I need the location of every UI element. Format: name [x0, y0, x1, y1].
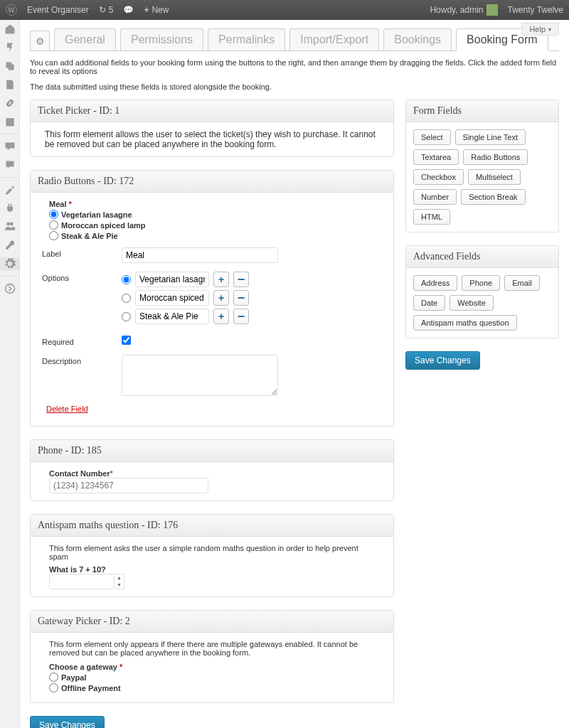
phone-input[interactable] — [49, 478, 208, 493]
delete-field-link[interactable]: Delete Field — [42, 402, 88, 419]
settings-tabs: ⚙ General Permissions Permalinks Import/… — [30, 28, 559, 51]
form-fields-box: Form Fields Select Single Line Text Text… — [405, 100, 559, 232]
add-antispam-button[interactable]: Antispam maths question — [413, 315, 517, 331]
field-preview: Meal * Vegetarian lasagne Moroccan spice… — [42, 200, 382, 243]
field-title: Phone - ID: 185 — [31, 440, 393, 462]
add-phone-button[interactable]: Phone — [462, 275, 500, 291]
settings-icon[interactable] — [0, 257, 19, 270]
description-label: Description — [42, 355, 122, 365]
tab-permalinks[interactable]: Permalinks — [208, 28, 285, 50]
option-default-radio[interactable] — [122, 275, 131, 284]
add-textarea-button[interactable]: Textarea — [413, 149, 459, 165]
option-input[interactable] — [135, 309, 209, 324]
box-title: Form Fields — [406, 100, 558, 122]
svg-point-0 — [5, 284, 14, 294]
avatar — [486, 4, 498, 16]
option-default-radio[interactable] — [122, 312, 131, 321]
preview-radio[interactable] — [49, 231, 58, 240]
save-changes-button-side[interactable]: Save Changes — [405, 351, 480, 370]
add-option-button[interactable]: + — [213, 309, 229, 324]
field-phone[interactable]: Phone - ID: 185 Contact Number* — [30, 439, 394, 501]
add-website-button[interactable]: Website — [450, 295, 494, 311]
antispam-input[interactable] — [49, 574, 115, 589]
tab-general[interactable]: General — [54, 28, 116, 50]
links-icon[interactable] — [4, 97, 16, 109]
preview-radio[interactable] — [49, 220, 58, 230]
field-antispam[interactable]: Antispam maths question - ID: 176 This f… — [30, 514, 394, 597]
settings-header-icon: ⚙ — [30, 31, 50, 50]
add-option-button[interactable]: + — [213, 272, 229, 287]
add-address-button[interactable]: Address — [413, 275, 457, 291]
add-radio-button[interactable]: Radio Buttons — [463, 149, 528, 165]
remove-option-button[interactable]: − — [233, 272, 249, 287]
feedback-icon[interactable] — [4, 159, 16, 171]
theme-link[interactable]: Twenty Twelve — [508, 5, 563, 15]
required-checkbox[interactable] — [122, 336, 131, 345]
dashboard-icon[interactable] — [4, 23, 16, 36]
tools-icon[interactable] — [4, 239, 16, 252]
field-ticket-picker[interactable]: Ticket Picker - ID: 1 This form element … — [30, 100, 394, 157]
updates[interactable]: ↻5 — [99, 5, 114, 15]
add-text-button[interactable]: Single Line Text — [455, 129, 526, 145]
site-name[interactable]: Event Organiser — [27, 5, 89, 15]
comments-icon[interactable] — [4, 140, 16, 153]
field-description: This form element allows the user to sel… — [31, 122, 393, 156]
intro-text-1: You can add additional fields to your bo… — [30, 58, 559, 75]
option-input[interactable] — [135, 272, 209, 287]
refresh-icon: ↻ — [99, 5, 106, 15]
add-checkbox-button[interactable]: Checkbox — [413, 169, 464, 185]
field-title: Ticket Picker - ID: 1 — [31, 100, 393, 122]
plugins-icon[interactable] — [4, 202, 16, 215]
options-label: Options — [42, 272, 122, 282]
pages-icon[interactable] — [4, 78, 16, 91]
appearance-icon[interactable] — [4, 183, 16, 196]
comment-icon: 💬 — [123, 5, 134, 15]
option-input[interactable] — [135, 290, 209, 306]
remove-option-button[interactable]: − — [233, 309, 249, 324]
gateway-radio[interactable] — [49, 683, 58, 692]
add-email-button[interactable]: Email — [504, 275, 540, 291]
gateway-radio[interactable] — [49, 673, 58, 682]
new-content[interactable]: +New — [144, 5, 169, 15]
tab-import-export[interactable]: Import/Export — [289, 28, 379, 50]
field-gateway-picker[interactable]: Gateway Picker - ID: 2 This form element… — [30, 610, 394, 703]
tab-bookings[interactable]: Bookings — [383, 28, 452, 50]
add-html-button[interactable]: HTML — [413, 209, 450, 225]
required-label: Required — [42, 336, 122, 346]
option-default-radio[interactable] — [122, 294, 131, 303]
field-title: Gateway Picker - ID: 2 — [31, 611, 393, 633]
admin-bar: W Event Organiser ↻5 💬 +New Howdy, admin… — [0, 0, 569, 20]
advanced-fields-box: Advanced Fields Address Phone Email Date… — [405, 245, 559, 338]
number-spinner[interactable]: ▲▼ — [115, 574, 124, 589]
preview-radio[interactable] — [49, 210, 58, 219]
howdy[interactable]: Howdy, admin — [430, 4, 497, 16]
save-changes-button[interactable]: Save Changes — [30, 716, 105, 728]
users-icon[interactable] — [4, 220, 16, 233]
add-number-button[interactable]: Number — [413, 189, 457, 205]
comments[interactable]: 💬 — [123, 5, 134, 15]
wp-logo[interactable]: W — [6, 4, 17, 16]
add-select-button[interactable]: Select — [413, 129, 451, 145]
pin-icon[interactable] — [4, 41, 16, 54]
field-radio-buttons[interactable]: Radio Buttons - ID: 172 Meal * Vegetaria… — [30, 170, 394, 427]
help-tab[interactable]: Help — [521, 23, 559, 36]
tab-permissions[interactable]: Permissions — [120, 28, 203, 50]
field-title: Radio Buttons - ID: 172 — [31, 171, 393, 193]
add-section-button[interactable]: Section Break — [461, 189, 525, 205]
remove-option-button[interactable]: − — [233, 290, 249, 306]
calendar-icon[interactable] — [4, 115, 16, 128]
box-title: Advanced Fields — [406, 246, 558, 268]
add-multiselect-button[interactable]: Multiselect — [468, 169, 521, 185]
label-input[interactable] — [122, 247, 278, 263]
intro-text-2: The data submitted using these fields is… — [30, 82, 559, 91]
description-textarea[interactable] — [122, 355, 278, 396]
plus-icon: + — [144, 5, 149, 15]
label-label: Label — [42, 247, 122, 258]
collapse-menu-icon[interactable] — [4, 282, 16, 295]
media-icon[interactable] — [4, 60, 16, 73]
add-option-button[interactable]: + — [213, 290, 229, 306]
field-description: This form element only appears if there … — [42, 640, 382, 663]
field-title: Antispam maths question - ID: 176 — [31, 515, 393, 537]
field-description: This form element asks the user a simple… — [42, 544, 382, 565]
add-date-button[interactable]: Date — [413, 295, 445, 311]
